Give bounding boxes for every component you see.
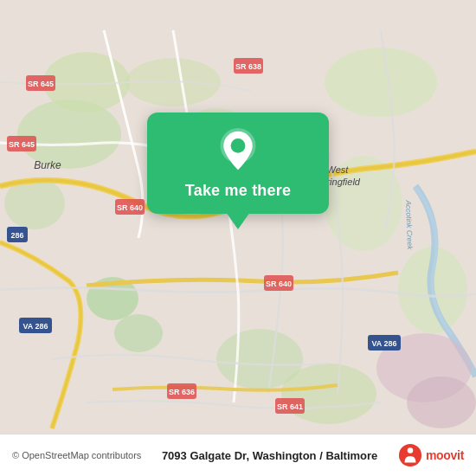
svg-text:286: 286 — [10, 231, 23, 240]
svg-text:Accotink Creek: Accotink Creek — [404, 199, 415, 250]
svg-text:SR 641: SR 641 — [277, 402, 303, 411]
svg-point-4 — [114, 314, 163, 352]
moovit-logo: moovit — [398, 443, 464, 467]
take-me-there-button[interactable]: Take me there — [185, 182, 291, 200]
moovit-logo-icon — [398, 443, 422, 467]
svg-text:SR 636: SR 636 — [169, 388, 195, 396]
svg-text:SR 645: SR 645 — [28, 80, 54, 88]
svg-text:SR 645: SR 645 — [9, 140, 35, 149]
svg-text:West: West — [327, 164, 350, 175]
map-container: SR 645 SR 638 Burke West Springfield SR … — [0, 0, 476, 476]
svg-point-42 — [408, 447, 414, 453]
svg-text:Burke: Burke — [34, 159, 61, 171]
address-label: 7093 Galgate Dr, Washington / Baltimore — [148, 449, 391, 462]
svg-point-12 — [325, 48, 437, 117]
svg-point-40 — [231, 138, 246, 153]
map-attribution: © OpenStreetMap contributors — [12, 450, 141, 460]
location-pin-icon — [215, 128, 261, 173]
popup-card: Take me there — [147, 113, 329, 214]
svg-point-8 — [281, 363, 376, 424]
moovit-text: moovit — [426, 448, 464, 462]
bottom-bar: © OpenStreetMap contributors 7093 Galgat… — [0, 434, 476, 476]
svg-text:VA 286: VA 286 — [23, 322, 48, 331]
svg-text:SR 640: SR 640 — [266, 280, 292, 288]
map-background: SR 645 SR 638 Burke West Springfield SR … — [0, 0, 476, 476]
svg-point-41 — [399, 444, 421, 466]
svg-text:SR 638: SR 638 — [235, 62, 261, 71]
svg-text:VA 286: VA 286 — [371, 339, 396, 348]
svg-point-14 — [407, 376, 476, 428]
svg-text:SR 640: SR 640 — [117, 203, 143, 212]
